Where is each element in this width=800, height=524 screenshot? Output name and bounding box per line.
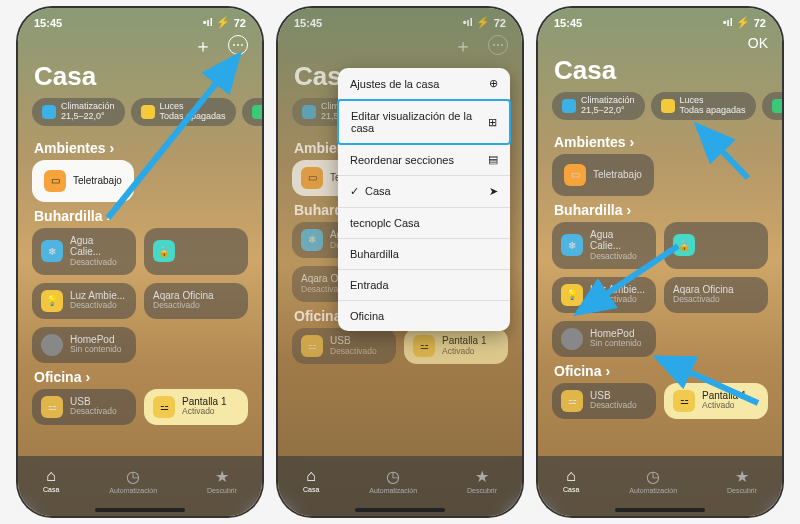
- tab-descubrir[interactable]: ★Descubrir: [467, 467, 497, 494]
- menu-oficina[interactable]: Oficina: [338, 301, 510, 331]
- status-right: •ıl ⚡ 72: [203, 16, 246, 29]
- annotation-arrow: [568, 238, 688, 332]
- pill-climate[interactable]: Climatización21,5–22,0°: [552, 92, 645, 120]
- status-bar: 15:45 •ıl ⚡ 72: [18, 8, 262, 31]
- chevron-icon: ›: [626, 202, 631, 218]
- phone-screen-3: 15:45 •ıl ⚡ 72 OK Casa Climatización21,5…: [538, 8, 782, 516]
- grid-icon: ⊞: [488, 116, 497, 129]
- card-usb[interactable]: ⚍USBDesactivado: [552, 383, 656, 419]
- menu-casa[interactable]: ✓Casa➤: [338, 176, 510, 208]
- context-menu: Ajustes de la casa⊕ Editar visualización…: [338, 68, 510, 331]
- phone-screen-2: 15:45 •ıl ⚡ 72 ＋ ⋯ Casa Climatización21,…: [278, 8, 522, 516]
- tab-auto[interactable]: ◷Automatización: [629, 467, 677, 494]
- list-icon: ▤: [488, 153, 498, 166]
- tab-descubrir[interactable]: ★Descubrir: [207, 467, 237, 494]
- menu-buhardilla[interactable]: Buhardilla: [338, 239, 510, 270]
- chevron-icon: ›: [630, 134, 635, 150]
- section-oficina[interactable]: Oficina ›: [18, 363, 262, 389]
- annotation-arrow: [648, 348, 768, 422]
- annotation-arrow: [98, 48, 248, 232]
- done-button[interactable]: OK: [748, 35, 768, 51]
- clock-icon: ◷: [646, 467, 660, 486]
- status-bar: 15:45 •ıl ⚡ 72: [538, 8, 782, 31]
- clock-icon: ◷: [126, 467, 140, 486]
- card-usb: ⚍USBDesactivado: [292, 328, 396, 364]
- status-time: 15:45: [34, 17, 62, 29]
- svg-line-0: [108, 56, 238, 218]
- svg-line-2: [578, 246, 678, 313]
- add-icon[interactable]: ＋: [452, 35, 474, 57]
- display-icon: ▭: [44, 170, 66, 192]
- more-icon[interactable]: ⋯: [488, 35, 508, 55]
- card-teletrabajo[interactable]: ▭Teletrabajo: [552, 154, 654, 196]
- card-luz[interactable]: 💡Luz Ambie...Desactivado: [32, 283, 136, 319]
- tab-bar: ⌂Casa ◷Automatización ★Descubrir: [538, 456, 782, 516]
- home-indicator: [355, 508, 445, 512]
- card-pantalla: ⚍Pantalla 1Activado: [404, 328, 508, 364]
- tab-auto[interactable]: ◷Automatización: [369, 467, 417, 494]
- section-buhardilla[interactable]: Buhardilla ›: [538, 196, 782, 222]
- menu-entrada[interactable]: Entrada: [338, 270, 510, 301]
- menu-ajustes[interactable]: Ajustes de la casa⊕: [338, 68, 510, 100]
- card-pantalla[interactable]: ⚍Pantalla 1Activado: [144, 389, 248, 425]
- card-homepod[interactable]: HomePodSin contenido: [32, 327, 136, 363]
- menu-editar[interactable]: Editar visualización de la casa⊞: [337, 99, 511, 145]
- lock-icon: 🔒: [153, 240, 175, 262]
- card-aqara-top[interactable]: 🔒: [144, 228, 248, 275]
- page-title: Casa: [538, 53, 782, 92]
- svg-line-3: [658, 358, 758, 403]
- menu-tecno[interactable]: tecnoplc Casa: [338, 208, 510, 239]
- home-indicator: [615, 508, 705, 512]
- status-time: 15:45: [554, 17, 582, 29]
- chevron-icon: ›: [605, 363, 610, 379]
- card-usb[interactable]: ⚍USBDesactivado: [32, 389, 136, 425]
- gear-icon: ⊕: [489, 77, 498, 90]
- card-aqara[interactable]: Aqara OficinaDesactivado: [144, 283, 248, 319]
- homepod-icon: [41, 334, 63, 356]
- house-icon: ⌂: [46, 467, 56, 485]
- chevron-icon: ›: [85, 369, 90, 385]
- tab-auto[interactable]: ◷Automatización: [109, 467, 157, 494]
- plug-icon: ⚍: [561, 390, 583, 412]
- plug-icon: ⚍: [41, 396, 63, 418]
- nav-icon: ➤: [489, 185, 498, 198]
- star-icon: ★: [215, 467, 229, 486]
- bulb-icon: 💡: [41, 290, 63, 312]
- tab-bar: ⌂Casa ◷Automatización ★Descubrir: [18, 456, 262, 516]
- water-icon: ❄: [41, 240, 63, 262]
- plug-icon: ⚍: [153, 396, 175, 418]
- house-icon: ⌂: [566, 467, 576, 485]
- card-agua[interactable]: ❄Agua Calie...Desactivado: [32, 228, 136, 275]
- status-right: •ıl ⚡ 72: [723, 16, 766, 29]
- display-icon: ▭: [564, 164, 586, 186]
- star-icon: ★: [735, 467, 749, 486]
- pill-lock[interactable]: [762, 92, 782, 120]
- tab-casa[interactable]: ⌂Casa: [303, 467, 319, 493]
- tab-casa[interactable]: ⌂Casa: [563, 467, 579, 493]
- home-indicator: [95, 508, 185, 512]
- annotation-arrow: [688, 118, 768, 192]
- tab-casa[interactable]: ⌂Casa: [43, 467, 59, 493]
- tab-descubrir[interactable]: ★Descubrir: [727, 467, 757, 494]
- header: OK: [538, 31, 782, 53]
- phone-screen-1: 15:45 •ıl ⚡ 72 ＋ ⋯ Casa Climatización21,…: [18, 8, 262, 516]
- check-icon: ✓: [350, 185, 359, 197]
- svg-line-1: [698, 126, 748, 178]
- pill-lights[interactable]: LucesTodas apagadas: [651, 92, 756, 120]
- menu-reordenar[interactable]: Reordenar secciones▤: [338, 144, 510, 176]
- tab-bar: ⌂Casa ◷Automatización ★Descubrir: [278, 456, 522, 516]
